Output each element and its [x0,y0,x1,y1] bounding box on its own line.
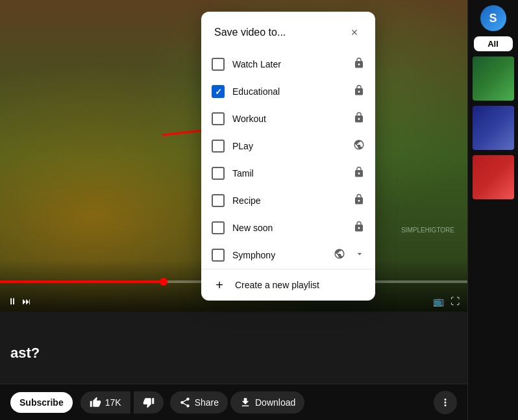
avatar[interactable]: S [480,5,506,31]
dislike-button[interactable] [134,391,164,414]
next-button[interactable]: ⏭ [22,296,31,306]
symphony-chevron-icon [354,249,365,262]
lock-icon-new-soon [353,221,365,235]
download-button[interactable]: Download [230,391,304,414]
playlist-name-recipe: Recipe [232,195,345,206]
modal-playlist-list: Watch Later Educational Workout PLay Tam… [201,51,375,269]
like-button[interactable]: 17K [80,391,130,414]
playlist-name-play: PLay [232,141,345,151]
progress-bar-fill [0,280,164,283]
playlist-name-symphony: Symphony [232,250,326,260]
right-controls: 📺 ⛶ [433,296,460,306]
more-icon [439,397,451,408]
thumbs-up-icon [90,397,101,408]
progress-indicator [160,278,167,286]
all-chip[interactable]: All [474,36,513,51]
playlist-name-workout: Workout [232,114,345,124]
save-modal: Save video to... × Watch Later Education… [201,12,375,301]
sidebar-thumb-1[interactable] [473,56,514,101]
checkbox-tamil[interactable] [212,167,225,180]
fullscreen-button[interactable]: ⛶ [450,296,460,306]
playlist-item-tamil[interactable]: Tamil [201,160,375,187]
playlist-name-new-soon: New soon [232,223,345,233]
checkbox-recipe[interactable] [212,194,225,207]
checkbox-play[interactable] [212,140,225,153]
playlist-item-new-soon[interactable]: New soon [201,214,375,241]
modal-header: Save video to... × [201,12,375,51]
checkbox-symphony[interactable] [212,249,225,262]
bottom-action-bar: Subscribe 17K Share Download [0,384,467,420]
create-playlist-button[interactable]: + Create a new playlist [201,269,375,301]
plus-icon: + [212,277,227,293]
playlist-item-watch-later[interactable]: Watch Later [201,51,375,78]
playlist-item-recipe[interactable]: Recipe [201,187,375,214]
create-playlist-label: Create a new playlist [235,280,319,290]
video-watermark: SIMPLEHIGTORE [401,227,454,234]
play-pause-button[interactable]: ⏸ [8,296,17,306]
modal-title: Save video to... [214,27,286,38]
globe-icon-symphony [334,248,345,262]
share-icon [179,397,191,408]
thumbs-down-icon [143,397,154,408]
playlist-name-tamil: Tamil [232,168,345,179]
lock-icon-tamil [353,166,365,180]
like-count: 17K [105,397,121,408]
prev-title: ast? [0,345,50,362]
subscribe-button[interactable]: Subscribe [10,392,73,413]
globe-icon-play [353,139,365,153]
download-icon [240,397,251,408]
sidebar-thumb-3[interactable] [473,155,514,199]
more-options-button[interactable] [434,391,457,414]
playlist-name-watch-later: Watch Later [232,59,345,69]
playlist-item-play[interactable]: PLay [201,132,375,160]
playlist-item-workout[interactable]: Workout [201,105,375,132]
checkbox-educational[interactable] [212,85,225,98]
right-sidebar: S All [467,0,518,420]
modal-close-button[interactable]: × [344,22,365,43]
lock-icon-watch-later [353,57,365,71]
sidebar-thumb-2[interactable] [473,106,514,150]
share-label: Share [195,397,219,408]
checkbox-workout[interactable] [212,112,225,125]
share-button[interactable]: Share [170,391,228,414]
download-label: Download [255,397,295,408]
cast-button[interactable]: 📺 [433,296,444,306]
lock-icon-recipe [353,193,365,208]
lock-icon-workout [353,112,365,126]
playlist-item-educational[interactable]: Educational [201,78,375,105]
playlist-item-symphony[interactable]: Symphony [201,241,375,269]
checkbox-watch-later[interactable] [212,58,225,71]
checkbox-new-soon[interactable] [212,221,225,234]
playlist-name-educational: Educational [232,86,345,97]
lock-icon-educational [353,84,365,99]
